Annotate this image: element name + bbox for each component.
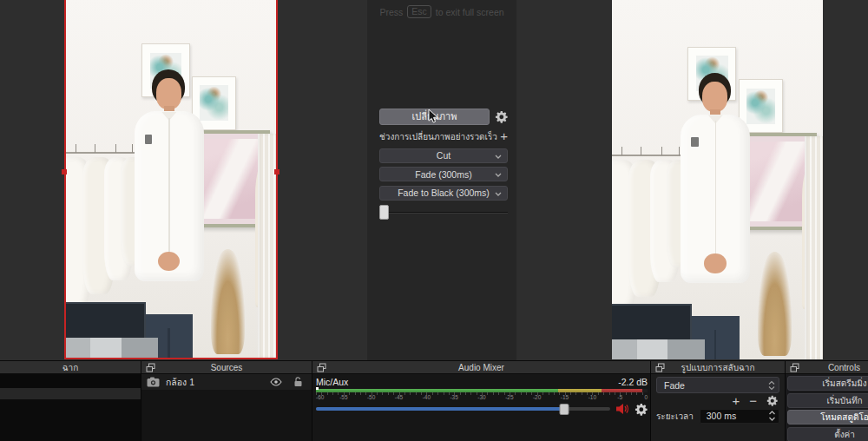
- dock-popout-icon[interactable]: [317, 363, 326, 372]
- hanger-hook: [661, 147, 662, 155]
- controls-body: เริ่มสตรีมมิ่ง เริ่มบันทึก โหมดสตูดิโอ ต…: [786, 374, 868, 441]
- mute-speaker-icon[interactable]: [615, 403, 629, 415]
- fader-fill: [316, 407, 564, 411]
- sources-dock-header[interactable]: Sources: [141, 361, 312, 374]
- meter-tick-scale: -60-55-50-45-40-35-30-25-20-15-10-50: [316, 392, 648, 401]
- transition-type-combo[interactable]: Fade: [656, 377, 779, 393]
- source-lock-icon[interactable]: [293, 377, 303, 387]
- scene-row[interactable]: [0, 374, 141, 388]
- preview-video: [66, 0, 276, 358]
- studio-mode-button[interactable]: โหมดสตูดิโอ: [787, 410, 868, 425]
- hanger-hook: [621, 147, 622, 155]
- scenes-dock: ฉาก: [0, 361, 141, 441]
- hanger-hook: [115, 144, 116, 153]
- dock-popout-icon[interactable]: [146, 363, 155, 372]
- chevron-down-icon: [495, 173, 502, 177]
- meter-tick-label: -30: [477, 393, 485, 401]
- presenter-face: [156, 78, 181, 109]
- audio-mixer-body: Mic/Aux -2.2 dB -60-55-50-45-40-35-30-25…: [312, 374, 650, 441]
- studio-mode-label: โหมดสตูดิโอ: [820, 411, 868, 424]
- dock-popout-icon[interactable]: [655, 363, 665, 372]
- slider-track: [379, 212, 508, 214]
- fader-tail: [585, 407, 602, 411]
- add-transition-icon[interactable]: +: [732, 396, 740, 406]
- spin-updown-icon[interactable]: [768, 410, 776, 422]
- fullscreen-exit-notice: Press Esc to exit full screen: [369, 5, 515, 18]
- meter-tick-label: -35: [450, 393, 457, 401]
- dock-popout-icon[interactable]: [790, 363, 799, 372]
- hanger-hook: [131, 144, 133, 153]
- duration-value: 300 ms: [707, 411, 736, 421]
- sources-list[interactable]: กล้อง 1: [141, 374, 312, 441]
- quick-transition-select-fade-to-black[interactable]: Fade to Black (300ms): [379, 186, 508, 201]
- controls-dock-header[interactable]: Controls: [786, 361, 868, 374]
- monitor-back: [66, 302, 146, 340]
- scene-transitions-dock-title: รูปแบบการสลับฉาก: [681, 361, 755, 374]
- quick-transitions-label: ช่วงการเปลี่ยนภาพอย่างรวดเร็ว: [379, 130, 500, 143]
- sources-dock-title: Sources: [211, 363, 243, 372]
- scene-transitions-dock-header[interactable]: รูปแบบการสลับฉาก: [651, 361, 785, 374]
- transition-properties-gear-icon[interactable]: [495, 110, 508, 123]
- selection-handle-left[interactable]: [62, 169, 67, 174]
- camera-source-icon: [147, 377, 160, 387]
- chevron-down-icon: [495, 155, 502, 159]
- start-streaming-button[interactable]: เริ่มสตรีมมิ่ง: [787, 376, 868, 391]
- presenter-hands: [704, 253, 727, 273]
- scenes-dock-header[interactable]: ฉาก: [0, 361, 141, 374]
- sources-dock: Sources กล้อง 1: [141, 361, 312, 441]
- chevron-down-icon: [495, 192, 502, 196]
- meter-tick-label: -15: [561, 393, 569, 401]
- slider-handle[interactable]: [379, 205, 389, 220]
- remove-transition-icon[interactable]: −: [749, 397, 757, 405]
- quick-transition-select-cut[interactable]: Cut: [379, 148, 508, 163]
- controls-dock-title: Controls: [828, 363, 860, 372]
- meter-tick-label: -25: [505, 393, 513, 401]
- program-video: [612, 0, 823, 359]
- selection-handle-right[interactable]: [274, 169, 279, 174]
- settings-label: ตั้งค่า: [834, 428, 855, 441]
- mixer-gear-icon[interactable]: [635, 403, 648, 416]
- source-name: กล้อง 1: [166, 375, 194, 390]
- preview-canvas[interactable]: [64, 0, 278, 359]
- transition-panel: เปลี่ยนภาพ ช่วงการเปลี่ยนภาพอย่างรวดเร็ว…: [379, 108, 508, 220]
- audio-mixer-dock: Audio Mixer Mic/Aux -2.2 dB -60-55-50-45…: [312, 361, 651, 441]
- mouse-cursor: [428, 109, 439, 124]
- start-recording-button[interactable]: เริ่มบันทึก: [787, 393, 868, 408]
- notice-press-text: Press: [379, 7, 403, 17]
- audio-mixer-dock-header[interactable]: Audio Mixer: [312, 361, 650, 374]
- meter-tick-label: -60: [316, 393, 324, 401]
- monitor-back: [612, 304, 692, 341]
- program-canvas[interactable]: [612, 0, 823, 359]
- scene-transitions-body: Fade + − ระยะเวลา 300 ms: [651, 374, 785, 441]
- meter-tick-label: -5: [617, 393, 622, 401]
- esc-key-label: Esc: [407, 5, 431, 18]
- mixer-channel-name: Mic/Aux: [316, 377, 348, 387]
- meter-tick-label: -20: [533, 393, 541, 401]
- start-streaming-label: เริ่มสตรีมมิ่ง: [822, 377, 866, 390]
- dock-bar: ฉาก Sources กล้อง 1: [0, 360, 868, 441]
- notice-suffix-text: to exit full screen: [436, 7, 504, 17]
- presenter-face: [702, 82, 727, 113]
- hanger-hook: [640, 147, 641, 155]
- meter-peak-dot: [316, 387, 319, 390]
- transition-bar-slider[interactable]: [379, 205, 508, 220]
- meter-tick-label: -50: [367, 393, 375, 401]
- volume-fader[interactable]: [316, 402, 610, 416]
- duration-spinbox[interactable]: 300 ms: [700, 409, 779, 424]
- scenes-list[interactable]: [0, 374, 141, 441]
- hanger-hook: [93, 144, 95, 153]
- settings-button[interactable]: ตั้งค่า: [787, 427, 868, 441]
- controls-dock: Controls เริ่มสตรีมมิ่ง เริ่มบันทึก โหมด…: [786, 361, 868, 441]
- scenes-dock-title: ฉาก: [62, 361, 78, 374]
- quick-transition-select-fade[interactable]: Fade (300ms): [379, 167, 508, 181]
- transition-settings-gear-icon[interactable]: [766, 395, 778, 406]
- source-visibility-eye-icon[interactable]: [270, 378, 282, 386]
- add-quick-transition-icon[interactable]: +: [500, 131, 508, 142]
- obs-studio-window: Press Esc to exit full screen เปลี่ยนภาพ…: [0, 0, 868, 441]
- meter-tick-label: -55: [339, 393, 347, 401]
- scene-row-selected[interactable]: [0, 388, 141, 399]
- quick-transition-fade-black-label: Fade to Black (300ms): [398, 188, 490, 198]
- desk: [66, 338, 158, 358]
- source-row-camera[interactable]: กล้อง 1: [141, 374, 312, 390]
- fader-handle[interactable]: [560, 404, 569, 415]
